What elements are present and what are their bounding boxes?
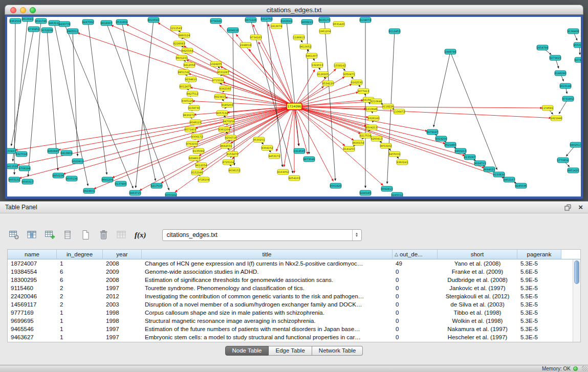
network-node[interactable]: 8590317 xyxy=(22,179,33,184)
close-panel-icon[interactable]: × xyxy=(578,204,583,211)
network-node[interactable]: 1558142 xyxy=(334,63,345,68)
network-node[interactable]: 9112453 xyxy=(389,29,400,34)
network-node[interactable]: 9036152 xyxy=(229,168,240,173)
network-node[interactable]: 1186913 xyxy=(293,35,304,40)
network-node[interactable]: 9240185 xyxy=(360,190,371,195)
network-node[interactable]: 1770654 xyxy=(557,158,569,163)
network-node[interactable]: 9136408 xyxy=(568,29,579,34)
network-node[interactable]: 8601233 xyxy=(176,55,187,60)
column-header-year[interactable]: year xyxy=(103,250,142,259)
network-node[interactable]: 8531420 xyxy=(333,21,344,27)
network-node[interactable]: 1914545 xyxy=(294,148,305,154)
column-header-out_de[interactable]: △out_de... xyxy=(393,250,438,259)
network-node[interactable]: 8871226 xyxy=(245,17,256,23)
network-node[interactable]: 9021746 xyxy=(35,18,47,24)
network-node[interactable]: 9360241 xyxy=(397,160,408,165)
network-node[interactable]: 8706194 xyxy=(19,166,30,171)
network-node[interactable]: 8327016 xyxy=(16,151,27,157)
network-node[interactable]: 9158730 xyxy=(188,105,200,111)
network-node[interactable]: 9023148 xyxy=(560,83,571,89)
network-node[interactable]: 8694021 xyxy=(484,167,495,172)
network-node[interactable]: 9234610 xyxy=(185,77,197,82)
network-node[interactable]: 1324205 xyxy=(210,61,222,67)
network-node[interactable]: 8413902 xyxy=(61,150,72,156)
network-node[interactable]: 1159581 xyxy=(542,105,553,111)
network-node[interactable]: 9185203 xyxy=(222,102,233,107)
network-node[interactable]: 8924601 xyxy=(83,188,95,193)
network-node[interactable]: 9153470 xyxy=(227,151,238,157)
network-node[interactable]: 9152208 xyxy=(41,28,53,33)
network-node[interactable]: 8851742 xyxy=(178,70,189,75)
network-node[interactable]: 8630271 xyxy=(183,113,194,118)
network-node[interactable]: 9204118 xyxy=(227,28,238,33)
network-node[interactable]: 8715034 xyxy=(212,78,224,83)
network-node[interactable]: 9273415 xyxy=(550,55,561,60)
network-node[interactable]: 8260413 xyxy=(371,136,382,141)
network-node[interactable]: 8163041 xyxy=(281,18,292,24)
column-header-short[interactable]: short xyxy=(438,250,517,259)
network-node[interactable]: 9150437 xyxy=(7,148,16,154)
network-node[interactable]: 9531904 xyxy=(116,19,127,25)
network-node[interactable]: 9361504 xyxy=(10,18,21,24)
show-columns-icon[interactable] xyxy=(25,228,38,242)
network-node[interactable]: 1948794 xyxy=(445,49,456,54)
network-node[interactable]: 2248018 xyxy=(240,42,251,48)
network-node[interactable]: 9260685 xyxy=(48,148,59,154)
minimize-window-button[interactable] xyxy=(20,7,26,13)
network-node[interactable]: 9612054 xyxy=(195,163,207,168)
close-window-button[interactable] xyxy=(10,7,16,13)
network-node[interactable]: 8951420 xyxy=(568,168,579,173)
network-node[interactable]: 8521460 xyxy=(445,142,456,147)
network-node[interactable]: 9077413 xyxy=(358,89,369,94)
network-node[interactable]: 9402513 xyxy=(570,142,581,147)
network-node[interactable]: 9350162 xyxy=(165,192,177,196)
table-row[interactable]: 1872400712008Changes of HCN gene express… xyxy=(8,259,573,268)
network-node[interactable]: 8618307 xyxy=(101,20,112,26)
network-node[interactable]: 1654784 xyxy=(537,45,548,50)
table-row[interactable]: 1456911722003Disruption of a novel membe… xyxy=(8,300,573,309)
network-node[interactable]: 8756341 xyxy=(210,18,222,24)
network-node[interactable]: 9505134 xyxy=(66,176,77,181)
table-row[interactable]: 911546021997Tourette syndrome. Phenomeno… xyxy=(8,284,573,292)
network-node[interactable]: 8642031 xyxy=(221,143,232,148)
network-node[interactable]: 8461307 xyxy=(306,53,317,58)
network-node[interactable]: 1813074 xyxy=(271,24,282,29)
network-node[interactable]: 9726104 xyxy=(198,177,209,182)
network-node[interactable]: 9135082 xyxy=(193,148,204,154)
network-node[interactable]: 9245036 xyxy=(515,183,527,188)
network-node[interactable]: 9530251 xyxy=(253,137,265,142)
network-node[interactable]: 9150834 xyxy=(493,172,505,177)
network-node[interactable]: 8162530 xyxy=(351,80,362,85)
network-node[interactable]: 8402167 xyxy=(504,177,515,182)
create-column-icon[interactable] xyxy=(43,228,56,242)
network-node[interactable]: 8730952 xyxy=(28,27,39,32)
network-node[interactable]: 9350471 xyxy=(343,72,355,77)
network-node[interactable]: 8641209 xyxy=(102,177,113,182)
network-node[interactable]: 8763150 xyxy=(186,141,198,146)
column-header-in_degree[interactable]: in_degree xyxy=(57,250,103,259)
network-canvas[interactable]: 1724096936150486130419021746946311587309… xyxy=(7,17,581,196)
network-node[interactable]: 8455031 xyxy=(389,151,400,157)
network-node[interactable]: 8361209 xyxy=(219,127,230,132)
network-node[interactable]: 8274301 xyxy=(575,57,581,62)
network-node[interactable]: 9342160 xyxy=(220,86,231,91)
table-row[interactable]: 2242004622012Investigating the contribut… xyxy=(8,292,573,300)
network-node[interactable]: 9024713 xyxy=(474,161,486,166)
network-node[interactable]: 9463715 xyxy=(129,190,141,195)
network-node[interactable]: 9312750 xyxy=(261,17,272,21)
network-node[interactable]: 1211543 xyxy=(170,26,182,31)
network-node[interactable]: 9322411 xyxy=(72,159,83,164)
scrollbar-thumb[interactable] xyxy=(574,260,579,284)
network-node[interactable]: 9427512 xyxy=(187,91,198,96)
network-node[interactable]: 8905513 xyxy=(67,29,78,34)
network-node[interactable]: 8725104 xyxy=(223,160,234,165)
network-node[interactable]: 8630154 xyxy=(353,140,364,145)
network-node[interactable]: 3210646 xyxy=(371,99,382,104)
network-graph[interactable]: 1724096936150486130419021746946311587309… xyxy=(7,17,581,196)
network-node[interactable]: 9245012 xyxy=(391,192,403,196)
column-header-name[interactable]: name xyxy=(8,250,57,259)
network-node[interactable]: 9463115 xyxy=(49,20,60,26)
network-node[interactable]: 8679197 xyxy=(427,129,438,135)
network-node[interactable]: 9550138 xyxy=(574,42,581,48)
network-node[interactable]: 1106472 xyxy=(394,109,405,114)
